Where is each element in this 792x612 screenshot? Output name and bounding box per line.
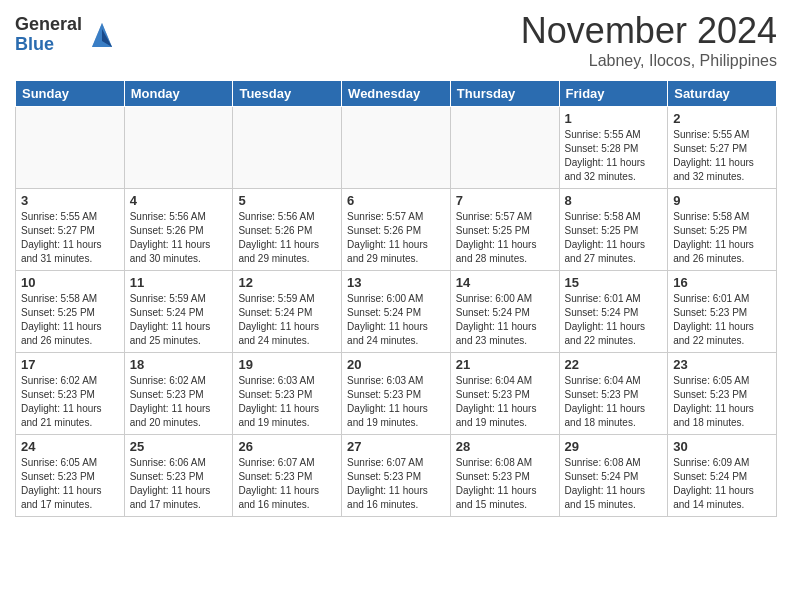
day-number: 6: [347, 193, 445, 208]
calendar-cell: 5Sunrise: 5:56 AM Sunset: 5:26 PM Daylig…: [233, 189, 342, 271]
calendar-cell: [450, 107, 559, 189]
calendar-week-row: 3Sunrise: 5:55 AM Sunset: 5:27 PM Daylig…: [16, 189, 777, 271]
column-header-saturday: Saturday: [668, 81, 777, 107]
day-number: 20: [347, 357, 445, 372]
day-info: Sunrise: 5:58 AM Sunset: 5:25 PM Dayligh…: [673, 210, 771, 266]
calendar-cell: 8Sunrise: 5:58 AM Sunset: 5:25 PM Daylig…: [559, 189, 668, 271]
day-info: Sunrise: 6:08 AM Sunset: 5:23 PM Dayligh…: [456, 456, 554, 512]
calendar-cell: 23Sunrise: 6:05 AM Sunset: 5:23 PM Dayli…: [668, 353, 777, 435]
calendar-cell: 16Sunrise: 6:01 AM Sunset: 5:23 PM Dayli…: [668, 271, 777, 353]
day-info: Sunrise: 6:08 AM Sunset: 5:24 PM Dayligh…: [565, 456, 663, 512]
day-number: 14: [456, 275, 554, 290]
day-info: Sunrise: 5:58 AM Sunset: 5:25 PM Dayligh…: [565, 210, 663, 266]
day-number: 25: [130, 439, 228, 454]
day-number: 3: [21, 193, 119, 208]
logo-blue-text: Blue: [15, 35, 82, 55]
calendar-cell: 19Sunrise: 6:03 AM Sunset: 5:23 PM Dayli…: [233, 353, 342, 435]
calendar-cell: 14Sunrise: 6:00 AM Sunset: 5:24 PM Dayli…: [450, 271, 559, 353]
calendar-cell: 9Sunrise: 5:58 AM Sunset: 5:25 PM Daylig…: [668, 189, 777, 271]
calendar-cell: 28Sunrise: 6:08 AM Sunset: 5:23 PM Dayli…: [450, 435, 559, 517]
calendar-cell: 4Sunrise: 5:56 AM Sunset: 5:26 PM Daylig…: [124, 189, 233, 271]
column-header-monday: Monday: [124, 81, 233, 107]
day-number: 13: [347, 275, 445, 290]
calendar-cell: 26Sunrise: 6:07 AM Sunset: 5:23 PM Dayli…: [233, 435, 342, 517]
day-info: Sunrise: 5:55 AM Sunset: 5:27 PM Dayligh…: [21, 210, 119, 266]
day-number: 16: [673, 275, 771, 290]
day-info: Sunrise: 6:02 AM Sunset: 5:23 PM Dayligh…: [21, 374, 119, 430]
day-number: 28: [456, 439, 554, 454]
logo: General Blue: [15, 15, 118, 55]
column-header-thursday: Thursday: [450, 81, 559, 107]
calendar-week-row: 17Sunrise: 6:02 AM Sunset: 5:23 PM Dayli…: [16, 353, 777, 435]
day-number: 24: [21, 439, 119, 454]
column-header-sunday: Sunday: [16, 81, 125, 107]
day-info: Sunrise: 6:01 AM Sunset: 5:23 PM Dayligh…: [673, 292, 771, 348]
day-number: 15: [565, 275, 663, 290]
day-number: 17: [21, 357, 119, 372]
calendar-table: SundayMondayTuesdayWednesdayThursdayFrid…: [15, 80, 777, 517]
calendar-cell: 7Sunrise: 5:57 AM Sunset: 5:25 PM Daylig…: [450, 189, 559, 271]
day-number: 21: [456, 357, 554, 372]
month-title: November 2024: [521, 10, 777, 52]
day-info: Sunrise: 5:58 AM Sunset: 5:25 PM Dayligh…: [21, 292, 119, 348]
page: General Blue November 2024 Labney, Iloco…: [0, 0, 792, 532]
day-number: 10: [21, 275, 119, 290]
day-info: Sunrise: 6:01 AM Sunset: 5:24 PM Dayligh…: [565, 292, 663, 348]
day-info: Sunrise: 5:57 AM Sunset: 5:26 PM Dayligh…: [347, 210, 445, 266]
day-number: 23: [673, 357, 771, 372]
calendar-cell: 20Sunrise: 6:03 AM Sunset: 5:23 PM Dayli…: [342, 353, 451, 435]
calendar-cell: 3Sunrise: 5:55 AM Sunset: 5:27 PM Daylig…: [16, 189, 125, 271]
day-number: 1: [565, 111, 663, 126]
calendar-cell: 18Sunrise: 6:02 AM Sunset: 5:23 PM Dayli…: [124, 353, 233, 435]
calendar-header-row: SundayMondayTuesdayWednesdayThursdayFrid…: [16, 81, 777, 107]
day-info: Sunrise: 6:09 AM Sunset: 5:24 PM Dayligh…: [673, 456, 771, 512]
day-info: Sunrise: 6:02 AM Sunset: 5:23 PM Dayligh…: [130, 374, 228, 430]
day-number: 27: [347, 439, 445, 454]
day-info: Sunrise: 6:03 AM Sunset: 5:23 PM Dayligh…: [347, 374, 445, 430]
calendar-cell: 21Sunrise: 6:04 AM Sunset: 5:23 PM Dayli…: [450, 353, 559, 435]
title-area: November 2024 Labney, Ilocos, Philippine…: [521, 10, 777, 70]
calendar-cell: 10Sunrise: 5:58 AM Sunset: 5:25 PM Dayli…: [16, 271, 125, 353]
calendar-week-row: 24Sunrise: 6:05 AM Sunset: 5:23 PM Dayli…: [16, 435, 777, 517]
calendar-cell: 12Sunrise: 5:59 AM Sunset: 5:24 PM Dayli…: [233, 271, 342, 353]
logo-icon: [86, 19, 118, 51]
calendar-cell: 1Sunrise: 5:55 AM Sunset: 5:28 PM Daylig…: [559, 107, 668, 189]
day-number: 26: [238, 439, 336, 454]
day-info: Sunrise: 6:05 AM Sunset: 5:23 PM Dayligh…: [21, 456, 119, 512]
day-number: 9: [673, 193, 771, 208]
calendar-cell: 24Sunrise: 6:05 AM Sunset: 5:23 PM Dayli…: [16, 435, 125, 517]
day-info: Sunrise: 6:06 AM Sunset: 5:23 PM Dayligh…: [130, 456, 228, 512]
calendar-cell: 29Sunrise: 6:08 AM Sunset: 5:24 PM Dayli…: [559, 435, 668, 517]
day-info: Sunrise: 5:59 AM Sunset: 5:24 PM Dayligh…: [238, 292, 336, 348]
calendar-cell: [233, 107, 342, 189]
calendar-cell: 2Sunrise: 5:55 AM Sunset: 5:27 PM Daylig…: [668, 107, 777, 189]
day-number: 18: [130, 357, 228, 372]
logo-general-text: General: [15, 15, 82, 35]
day-info: Sunrise: 5:59 AM Sunset: 5:24 PM Dayligh…: [130, 292, 228, 348]
day-info: Sunrise: 6:00 AM Sunset: 5:24 PM Dayligh…: [456, 292, 554, 348]
day-number: 7: [456, 193, 554, 208]
day-number: 4: [130, 193, 228, 208]
day-info: Sunrise: 5:57 AM Sunset: 5:25 PM Dayligh…: [456, 210, 554, 266]
day-info: Sunrise: 6:07 AM Sunset: 5:23 PM Dayligh…: [238, 456, 336, 512]
day-number: 19: [238, 357, 336, 372]
day-info: Sunrise: 5:56 AM Sunset: 5:26 PM Dayligh…: [238, 210, 336, 266]
calendar-cell: 17Sunrise: 6:02 AM Sunset: 5:23 PM Dayli…: [16, 353, 125, 435]
day-number: 2: [673, 111, 771, 126]
day-info: Sunrise: 6:00 AM Sunset: 5:24 PM Dayligh…: [347, 292, 445, 348]
day-info: Sunrise: 6:04 AM Sunset: 5:23 PM Dayligh…: [565, 374, 663, 430]
calendar-cell: 11Sunrise: 5:59 AM Sunset: 5:24 PM Dayli…: [124, 271, 233, 353]
column-header-wednesday: Wednesday: [342, 81, 451, 107]
column-header-tuesday: Tuesday: [233, 81, 342, 107]
calendar-cell: 25Sunrise: 6:06 AM Sunset: 5:23 PM Dayli…: [124, 435, 233, 517]
day-number: 5: [238, 193, 336, 208]
day-number: 12: [238, 275, 336, 290]
calendar-cell: 6Sunrise: 5:57 AM Sunset: 5:26 PM Daylig…: [342, 189, 451, 271]
calendar-cell: [342, 107, 451, 189]
calendar-cell: 22Sunrise: 6:04 AM Sunset: 5:23 PM Dayli…: [559, 353, 668, 435]
header: General Blue November 2024 Labney, Iloco…: [15, 10, 777, 70]
calendar-cell: [16, 107, 125, 189]
day-info: Sunrise: 5:56 AM Sunset: 5:26 PM Dayligh…: [130, 210, 228, 266]
day-number: 22: [565, 357, 663, 372]
day-info: Sunrise: 6:05 AM Sunset: 5:23 PM Dayligh…: [673, 374, 771, 430]
